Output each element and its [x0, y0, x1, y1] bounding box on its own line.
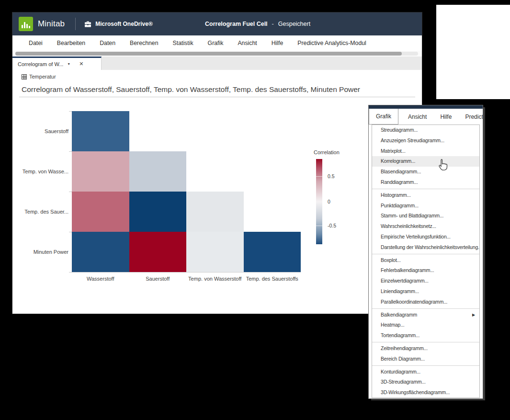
chart-row-labels: SauerstoffTemp. von Wasse...Temp. des Sa…: [12, 111, 68, 272]
save-status: Gespeichert: [278, 21, 310, 27]
correlogram-cell: [72, 232, 129, 272]
header-divider: [75, 18, 76, 30]
menu-item-histogramm[interactable]: Histogramm...: [372, 190, 479, 201]
legend-gradient-bar: [316, 159, 322, 244]
storage-provider-button[interactable]: Microsoft OneDrive®: [84, 21, 153, 27]
menu-item-zeitreihendiagramm[interactable]: Zeitreihendiagramm...: [372, 343, 479, 354]
menubar-item-hilfe[interactable]: Hilfe: [272, 40, 283, 46]
screenshot-canvas: Minitab Microsoft OneDrive® Correlogram …: [0, 0, 510, 420]
panel-menubar-item-hilfe[interactable]: Hilfe: [433, 109, 458, 125]
correlogram-cell: [186, 192, 244, 232]
submenu-arrow-icon: ▶: [472, 310, 475, 320]
brand-name: Minitab: [38, 19, 65, 29]
menubar-item-daten[interactable]: Daten: [100, 40, 115, 46]
col-label-wasserstoff: Wasserstoff: [87, 276, 114, 282]
menu-item-tortendiagramm[interactable]: Tortendiagramm...: [372, 330, 479, 341]
menu-item-randdiagramm[interactable]: Randdiagramm...: [372, 177, 479, 188]
menubar-item-bearbeiten[interactable]: Bearbeiten: [57, 40, 85, 46]
menu-item-konturdiagramm[interactable]: Konturdiagramm...: [372, 367, 479, 377]
chart-col-labels: WasserstoffSauerstoffTemp. von Wassersto…: [72, 276, 301, 284]
menu-item-darstellung-der-wahrscheinlichkeitsverteilung[interactable]: Darstellung der Wahrscheinlichkeitsverte…: [372, 242, 479, 253]
title-separator: -: [272, 21, 274, 27]
background-window-fragment: [436, 5, 510, 99]
row-label-temp-des-sauer: Temp. des Sauer...: [24, 209, 68, 215]
menu-item-korrelogramm[interactable]: Korrelogramm...: [372, 156, 479, 167]
menubar-item-ansicht[interactable]: Ansicht: [238, 40, 257, 46]
tab-correlogram[interactable]: Correlogram of W... ▼ ✕: [12, 57, 102, 70]
tab-strip: Correlogram of W... ▼ ✕: [12, 57, 422, 70]
table-grid-icon: [22, 74, 27, 79]
legend-title: Correlation: [314, 149, 340, 155]
grafik-menu-panel: GrafikAnsichtHilfePredictiv Streudiagram…: [369, 105, 483, 398]
legend-scale-mark: [316, 176, 322, 177]
worksheet-row: Temperatur: [22, 74, 56, 79]
correlogram-cell: [129, 192, 187, 232]
menu-item-heatmap[interactable]: Heatmap...: [372, 320, 479, 330]
legend-scale-mark: [316, 226, 322, 226]
horizontal-scrollbar[interactable]: [12, 51, 422, 57]
menubar-item-berechnen[interactable]: Berechnen: [130, 40, 158, 46]
panel-menubar: GrafikAnsichtHilfePredictiv: [369, 109, 483, 125]
menu-item-balkendiagramm[interactable]: Balkendiagramm▶: [372, 310, 479, 320]
minitab-logo-icon: [19, 17, 33, 31]
col-label-temp-des-sauerstoffs: Temp. des Sauerstoffs: [246, 276, 298, 282]
menu-item-parallelkoordinatendiagramm[interactable]: Parallelkoordinatendiagramm...: [372, 297, 479, 307]
menu-separator: [372, 254, 479, 254]
menubar-item-statistik[interactable]: Statistik: [173, 40, 193, 46]
menu-item-anzuzeigen-streudiagramm[interactable]: Anzuzeigen Streudiagramm...: [372, 136, 479, 146]
page-title: Correlogram of Wasserstoff, Sauerstoff, …: [22, 85, 360, 94]
menu-item-3d-streudiagramm[interactable]: 3D-Streudiagramm...: [372, 377, 479, 387]
grafik-dropdown-menu: Streudiagramm...Anzuzeigen Streudiagramm…: [372, 125, 480, 398]
correlogram-plot[interactable]: [72, 111, 301, 272]
col-label-temp-von-wasserstoff: Temp. von Wasserstoff: [188, 276, 241, 282]
scrollbar-thumb[interactable]: [15, 52, 402, 56]
menu-item-streudiagramm[interactable]: Streudiagramm...: [372, 125, 479, 136]
correlogram-cell: [72, 192, 129, 232]
menubar-item-datei[interactable]: Datei: [29, 40, 43, 46]
panel-topbar: [369, 105, 483, 109]
minitab-window: Minitab Microsoft OneDrive® Correlogram …: [12, 12, 422, 314]
app-header: Minitab Microsoft OneDrive® Correlogram …: [12, 12, 422, 35]
document-title: Correlogram Fuel Cell - Gespeichert: [205, 12, 310, 35]
menu-item-stamm-und-blattdiagramm[interactable]: Stamm- und Blattdiagramm...: [372, 211, 479, 221]
tab-label: Correlogram of W...: [18, 61, 63, 67]
briefcase-icon: [84, 21, 91, 27]
row-label-minuten-power: Minuten Power: [34, 249, 68, 255]
menu-separator: [372, 189, 479, 189]
row-label-temp-von-wasse: Temp. von Wasse...: [23, 169, 68, 174]
legend-tick-0-5: 0.5: [328, 173, 335, 179]
menu-separator: [372, 342, 479, 342]
storage-provider-label: Microsoft OneDrive®: [95, 21, 153, 27]
panel-menubar-item-predictiv[interactable]: Predictiv: [458, 109, 483, 125]
axis-tick: [69, 272, 72, 272]
menu-item-3d-wirkungsflächendiagramm[interactable]: 3D-Wirkungsflächendiagramm...: [372, 387, 479, 398]
menu-item-einzelwertdiagramm[interactable]: Einzelwertdiagramm...: [372, 276, 479, 286]
menu-item-matrixplot[interactable]: Matrixplot...: [372, 146, 479, 157]
title-divider: [19, 97, 415, 97]
correlogram-cell: [72, 151, 129, 192]
panel-menubar-item-grafik[interactable]: Grafik: [369, 109, 398, 125]
menu-separator: [372, 365, 479, 366]
menu-item-bereich-diagramm[interactable]: Bereich Diagramm...: [372, 354, 479, 364]
close-icon[interactable]: ✕: [79, 61, 83, 67]
menu-item-blasendiagramm[interactable]: Blasendiagramm...: [372, 167, 479, 177]
menu-item-boxplot[interactable]: Boxplot...: [372, 255, 479, 266]
legend-tick-0-5: -0.5: [328, 223, 336, 228]
menu-item-liniendiagramm[interactable]: Liniendiagramm...: [372, 286, 479, 297]
axis-tick: [69, 192, 72, 192]
menu-item-fehlerbalkendiagramm[interactable]: Fehlerbalkendiagramm...: [372, 265, 479, 276]
menu-item-empirische-verteilungsfunktion[interactable]: Empirische Verteilungsfunktion...: [372, 232, 479, 242]
menu-separator: [372, 308, 479, 309]
col-label-sauerstoff: Sauerstoff: [146, 276, 170, 282]
menubar-item-grafik[interactable]: Grafik: [208, 40, 224, 46]
legend-tick-0: 0: [328, 199, 330, 204]
correlogram-cell: [72, 111, 129, 151]
document-name: Correlogram Fuel Cell: [205, 21, 268, 27]
menu-item-punktdiagramm[interactable]: Punktdiagramm...: [372, 201, 479, 211]
menu-item-wahrscheinlichkeitsnetz[interactable]: Wahrscheinlichkeitsnetz...: [372, 221, 479, 232]
chevron-down-icon[interactable]: ▼: [67, 62, 70, 66]
menubar-item-predictive-analytics-modul[interactable]: Predictive Analytics-Modul: [297, 40, 366, 46]
panel-menubar-item-ansicht[interactable]: Ansicht: [401, 109, 433, 125]
axis-tick: [69, 111, 72, 112]
axis-tick: [69, 232, 72, 232]
